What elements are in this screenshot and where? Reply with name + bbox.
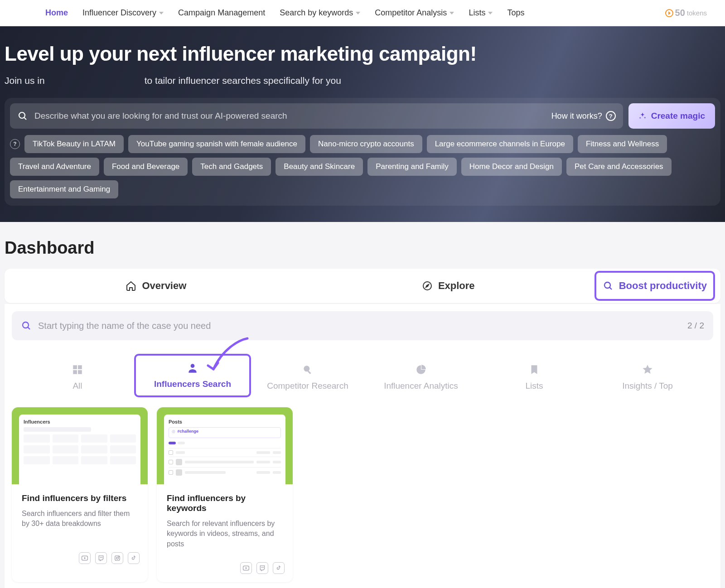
ai-search-box[interactable]: How it works? ?: [10, 103, 623, 129]
svg-rect-11: [78, 370, 82, 374]
category-row: All Influencers Search Competitor Resear…: [12, 347, 713, 402]
chip[interactable]: Tech and Gadgets: [192, 158, 271, 176]
help-icon: ?: [606, 111, 616, 121]
search-icon: [17, 111, 28, 121]
card-thumb: Influencers: [12, 407, 148, 484]
chip[interactable]: Nano-micro crypto accounts: [310, 135, 422, 153]
card-desc: Search influencers and filter them by 30…: [22, 509, 138, 541]
nav-competitor-analysis[interactable]: Competitor Analysis: [375, 8, 454, 18]
svg-marker-3: [426, 284, 429, 287]
chip[interactable]: YouTube gaming spanish with female audie…: [128, 135, 305, 153]
case-card-keywords[interactable]: Posts ◎ #challenge Find i: [157, 407, 293, 582]
chip[interactable]: Fitness and Wellness: [578, 135, 667, 153]
boost-highlight: Boost productivity: [594, 271, 715, 301]
card-thumb: Posts ◎ #challenge: [157, 407, 293, 484]
category-influencers-search[interactable]: Influencers Search: [134, 354, 251, 397]
star-icon: [642, 364, 653, 376]
create-magic-button[interactable]: Create magic: [628, 103, 715, 129]
category-label: Competitor Research: [267, 381, 348, 391]
category-label: Influencer Analytics: [384, 381, 458, 391]
chip[interactable]: Travel and Adventure: [10, 158, 99, 176]
tab-overview[interactable]: Overview: [10, 280, 302, 292]
svg-rect-14: [308, 371, 311, 374]
chip[interactable]: Entertainment and Gaming: [10, 180, 118, 198]
chips-help-icon[interactable]: ?: [10, 139, 20, 149]
category-label: Lists: [525, 381, 543, 391]
person-icon: [187, 362, 198, 374]
category-influencer-analytics[interactable]: Influencer Analytics: [364, 357, 478, 397]
chevron-down-icon: [488, 12, 493, 14]
nav-campaign-management[interactable]: Campaign Management: [178, 8, 265, 18]
chip[interactable]: Pet Care and Accessories: [566, 158, 672, 176]
chip[interactable]: Parenting and Family: [367, 158, 457, 176]
svg-point-20: [119, 556, 119, 557]
grid-icon: [72, 364, 83, 376]
category-lists[interactable]: Lists: [478, 357, 591, 397]
dashboard-tabbar: Overview Explore Boost productivity: [5, 269, 720, 303]
youtube-icon: [240, 562, 252, 574]
category-label: Influencers Search: [154, 379, 231, 389]
card-title: Find influencers by filters: [22, 493, 138, 503]
instagram-icon: [111, 552, 123, 564]
nav-lists[interactable]: Lists: [469, 8, 493, 18]
tab-explore[interactable]: Explore: [302, 280, 594, 292]
tab-label: Explore: [438, 280, 475, 292]
case-search-box[interactable]: 2 / 2: [12, 311, 713, 340]
thumb-heading: Influencers: [24, 419, 136, 424]
card-title: Find influencers by keywords: [167, 493, 283, 513]
chip[interactable]: Beauty and Skincare: [276, 158, 363, 176]
nav-tops[interactable]: Tops: [507, 8, 524, 18]
card-platforms: [157, 559, 293, 582]
nav-home[interactable]: Home: [45, 8, 68, 18]
nav-links: Home Influencer Discovery Campaign Manag…: [45, 8, 524, 18]
nav-label: Campaign Management: [178, 8, 265, 18]
how-it-works-link[interactable]: How it works? ?: [551, 111, 616, 121]
home-icon: [126, 280, 136, 291]
hero-sub-right: to tailor influencer searches specifical…: [145, 75, 341, 86]
tab-boost-productivity[interactable]: Boost productivity: [594, 271, 715, 301]
nav-label: Home: [45, 8, 68, 18]
tokens-count: 50: [675, 8, 685, 18]
svg-point-12: [191, 364, 195, 368]
chevron-down-icon: [159, 12, 164, 14]
nav-label: Competitor Analysis: [375, 8, 447, 18]
search-icon: [302, 364, 314, 376]
nav-influencer-discovery[interactable]: Influencer Discovery: [82, 8, 164, 18]
hero-sub-left: Join us in: [5, 75, 45, 86]
case-card-filters[interactable]: Influencers Find influencers by filters …: [12, 407, 148, 582]
svg-point-4: [604, 282, 610, 288]
chip[interactable]: Home Decor and Design: [461, 158, 562, 176]
compass-icon: [422, 280, 433, 291]
hero: Level up your next influencer marketing …: [0, 26, 725, 222]
tiktok-icon: [273, 562, 285, 574]
nav-label: Tops: [507, 8, 524, 18]
category-competitor-research[interactable]: Competitor Research: [251, 357, 364, 397]
svg-line-1: [24, 117, 26, 120]
svg-rect-10: [73, 370, 77, 374]
thumb-heading: Posts: [169, 419, 281, 424]
category-insights-top[interactable]: Insights / Top: [591, 357, 704, 397]
cards-row: Influencers Find influencers by filters …: [12, 407, 713, 582]
pie-icon: [415, 364, 427, 376]
category-all[interactable]: All: [21, 357, 134, 397]
search-icon: [603, 280, 614, 291]
chip[interactable]: Large ecommerce channels in Europe: [427, 135, 573, 153]
hero-search-wrap: How it works? ? Create magic ? TikTok Be…: [5, 98, 720, 206]
top-nav: Home Influencer Discovery Campaign Manag…: [0, 0, 725, 26]
tokens-indicator[interactable]: 50 tokens: [665, 8, 707, 18]
case-search-input[interactable]: [38, 321, 681, 331]
svg-line-5: [609, 287, 612, 289]
ai-search-input[interactable]: [34, 111, 545, 121]
nav-search-keywords[interactable]: Search by keywords: [280, 8, 360, 18]
svg-point-0: [19, 112, 25, 118]
dashboard-title: Dashboard: [5, 238, 720, 258]
chip[interactable]: TikTok Beauty in LATAM: [24, 135, 124, 153]
create-magic-label: Create magic: [651, 111, 705, 121]
nav-label: Influencer Discovery: [82, 8, 156, 18]
hero-title: Level up your next influencer marketing …: [5, 43, 720, 65]
dashboard: Dashboard Overview Explore Boost product…: [0, 222, 725, 588]
productivity-panel: 2 / 2 All Influencers Search Competitor …: [5, 304, 720, 588]
category-label: Insights / Top: [622, 381, 673, 391]
chip[interactable]: Food and Beverage: [104, 158, 188, 176]
svg-line-7: [28, 327, 30, 329]
